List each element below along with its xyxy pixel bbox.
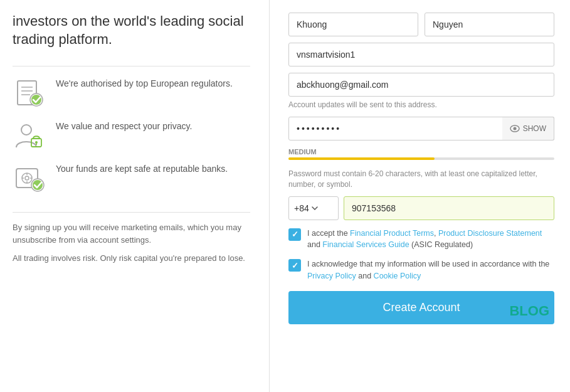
svg-point-6: [21, 125, 31, 135]
username-input[interactable]: [288, 43, 554, 66]
strength-bar-bg: [288, 157, 554, 160]
blog-watermark: BLOG: [509, 303, 549, 319]
privacy-policy-link[interactable]: Privacy Policy: [307, 272, 356, 280]
checkbox1-row: ✓ I accept the Financial Product Terms, …: [288, 228, 554, 252]
feature-funds-text: Your funds are kept safe at reputable ba…: [56, 163, 228, 176]
phone-number-input[interactable]: [344, 196, 554, 220]
cookie-policy-link[interactable]: Cookie Policy: [374, 272, 421, 280]
checkbox1-text: I accept the Financial Product Terms, Pr…: [307, 228, 554, 252]
strength-bar-container: MEDIUM: [288, 148, 554, 160]
phone-code-select[interactable]: +84: [288, 196, 339, 220]
intro-text: investors on the world's leading social …: [13, 13, 250, 48]
risk-text: All trading involves risk. Only risk cap…: [13, 252, 250, 265]
eye-icon: [510, 125, 520, 132]
feature-privacy: We value and respect your privacy.: [13, 120, 250, 152]
checkmark1: ✓: [292, 230, 298, 239]
checkbox1[interactable]: ✓: [288, 228, 301, 241]
feature-funds: Your funds are kept safe at reputable ba…: [13, 163, 250, 194]
regulators-icon: [13, 78, 47, 109]
show-label: SHOW: [523, 124, 546, 133]
first-name-input[interactable]: [288, 13, 418, 36]
checkbox2-text: I acknowledge that my information will b…: [307, 258, 554, 282]
marketing-text: By signing up you will receive marketing…: [13, 221, 250, 246]
phone-row: +84: [288, 196, 554, 220]
right-panel: Account updates will be sent to this add…: [270, 0, 570, 392]
password-hint: Password must contain 6-20 characters, w…: [288, 169, 554, 190]
password-wrapper: SHOW: [288, 117, 554, 140]
feature-regulators: We're authorised by top European regulat…: [13, 78, 250, 109]
show-password-button[interactable]: SHOW: [502, 117, 554, 140]
strength-bar-fill: [288, 157, 435, 160]
financial-services-guide-link[interactable]: Financial Services Guide: [322, 240, 409, 249]
privacy-icon: [13, 120, 47, 152]
strength-label: MEDIUM: [288, 148, 554, 156]
divider-bottom: [13, 212, 250, 213]
divider-top: [13, 66, 250, 66]
product-disclosure-link[interactable]: Product Disclosure Statement: [438, 229, 542, 238]
feature-privacy-text: We value and respect your privacy.: [56, 120, 192, 133]
svg-point-8: [35, 141, 38, 144]
feature-regulators-text: We're authorised by top European regulat…: [56, 78, 233, 90]
financial-product-terms-link[interactable]: Financial Product Terms: [350, 229, 434, 238]
checkbox2-row: ✓ I acknowledge that my information will…: [288, 258, 554, 282]
left-panel: investors on the world's leading social …: [0, 0, 270, 392]
funds-icon: [13, 163, 47, 194]
name-row: [288, 13, 554, 36]
svg-point-12: [25, 176, 29, 180]
svg-point-20: [513, 127, 516, 130]
checkbox2[interactable]: ✓: [288, 259, 301, 272]
phone-code: +84: [294, 203, 309, 213]
email-input[interactable]: [288, 73, 554, 97]
email-note: Account updates will be sent to this add…: [288, 100, 554, 109]
last-name-input[interactable]: [425, 13, 554, 36]
checkmark2: ✓: [292, 261, 298, 270]
chevron-down-icon: [312, 206, 318, 210]
